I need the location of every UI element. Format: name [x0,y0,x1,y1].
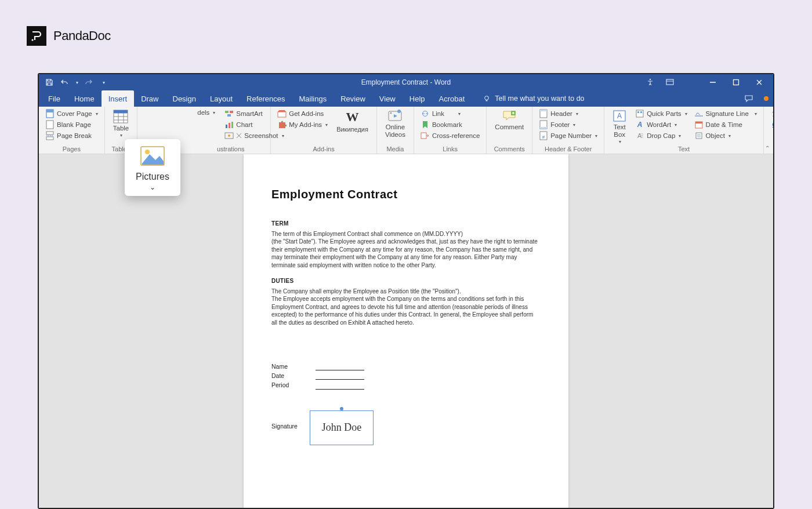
maximize-button[interactable] [724,74,748,90]
tab-insert[interactable]: Insert [102,90,135,107]
drop-cap-button[interactable]: ADrop Cap▾ [633,130,688,141]
close-button[interactable] [748,74,771,90]
tab-home[interactable]: Home [67,90,102,107]
wordart-button[interactable]: AWordArt▾ [633,119,688,130]
store-icon [277,109,287,118]
svg-rect-7 [46,121,53,129]
tab-draw[interactable]: Draw [134,90,165,107]
svg-rect-41 [695,122,702,123]
blank-page-button[interactable]: Blank Page [44,119,100,130]
bookmark-button[interactable]: Bookmark [419,119,481,130]
comment-button[interactable]: Comment [491,108,527,132]
qat-customize-caret[interactable]: ▾ [103,80,105,85]
quick-access-toolbar: ▾ ▾ [39,78,105,87]
object-button[interactable]: Object▾ [693,130,759,141]
titlebar: ▾ ▾ Employment Contract - Word [39,74,773,90]
text-box-button[interactable]: A Text Box▾ [609,108,630,146]
field-name-line[interactable] [316,363,364,370]
get-addins-button[interactable]: Get Add-ins [276,108,329,119]
svg-rect-20 [278,112,286,117]
tab-review[interactable]: Review [334,90,372,107]
tab-references[interactable]: References [240,90,292,107]
text-box-icon: A [612,110,626,122]
group-text: A Text Box▾ Quick Parts▾ AWordArt▾ ADrop… [604,107,764,154]
pictures-dropdown[interactable]: Pictures ⌄ [125,139,180,196]
document-workspace[interactable]: Employment Contract TERM The term of thi… [39,154,773,508]
wordart-icon: A [635,120,644,129]
minimize-button[interactable] [701,74,724,90]
table-icon [113,110,128,123]
svg-rect-43 [697,134,701,137]
cover-page-icon [45,109,55,118]
svg-text:#: # [542,134,545,140]
svg-rect-31 [540,127,547,129]
ribbon-tabs: File Home Insert Draw Design Layout Refe… [39,90,773,107]
svg-rect-13 [230,111,233,113]
cover-page-button[interactable]: Cover Page▾ [44,108,100,119]
my-addins-button[interactable]: My Add-ins▾ [276,119,329,130]
pandadoc-name: PandaDoc [53,28,111,43]
table-button[interactable]: Table ▾ [110,108,133,139]
tell-me-search[interactable]: Tell me what you want to do [482,90,584,107]
footer-button[interactable]: Footer▾ [537,119,599,130]
lightbulb-icon [482,94,491,103]
tab-acrobat[interactable]: Acrobat [432,90,472,107]
models-partial-button[interactable]: dels▾ [195,108,217,117]
doc-title: Employment Contract [271,187,541,202]
group-media: Online Videos Media [377,107,414,154]
ribbon-display-icon[interactable] [665,78,675,87]
field-period-line[interactable] [316,383,364,390]
undo-icon[interactable] [60,78,69,87]
svg-rect-36 [636,110,643,117]
tab-mailings[interactable]: Mailings [292,90,334,107]
tab-file[interactable]: File [41,90,67,107]
header-button[interactable]: Header▾ [537,108,599,119]
smartart-icon [224,109,234,118]
page-break-button[interactable]: Page Break [44,130,100,141]
bookmark-icon [420,120,430,129]
date-time-button[interactable]: Date & Time [693,119,759,130]
field-signature-label: Signature [271,422,541,430]
symbol-button[interactable]: ΩSymbol▾ [768,119,774,130]
wikipedia-button[interactable]: W Википедия [333,108,372,134]
field-name-row: Name [271,362,541,370]
field-date-line[interactable] [316,373,364,380]
redo-icon[interactable] [84,78,93,87]
quick-parts-icon [635,109,644,118]
pandadoc-mark-icon [27,26,46,46]
svg-point-24 [397,110,401,113]
equation-button[interactable]: πEquation▾ [768,108,774,119]
field-date-label: Date [271,372,306,380]
field-name-label: Name [271,362,306,370]
word-window: ▾ ▾ Employment Contract - Word File Home… [38,73,774,509]
section-duties-heading: DUTIES [271,277,541,285]
svg-rect-38 [640,111,642,113]
online-videos-button[interactable]: Online Videos [382,108,409,139]
svg-rect-37 [637,111,639,113]
page-number-button[interactable]: #Page Number▾ [537,130,599,141]
tab-design[interactable]: Design [166,90,203,107]
chevron-down-icon: ⌄ [150,183,155,191]
video-icon [387,110,403,122]
tab-layout[interactable]: Layout [203,90,240,107]
save-icon[interactable] [45,78,54,87]
signature-line-button[interactable]: Signature Line▾ [693,108,759,119]
svg-rect-3 [734,80,739,85]
quick-parts-button[interactable]: Quick Parts▾ [633,108,688,119]
group-pages-label: Pages [44,146,100,154]
document-page[interactable]: Employment Contract TERM The term of thi… [244,154,568,508]
undo-caret[interactable]: ▾ [76,80,78,85]
field-period-label: Period [271,381,306,389]
link-button[interactable]: Link▾ [419,108,481,119]
tab-help[interactable]: Help [403,90,432,107]
comments-bubble-icon[interactable] [744,94,753,103]
svg-rect-14 [227,114,231,117]
group-links: Link▾ Bookmark Cross-reference Links [414,107,487,154]
svg-text:A: A [617,112,622,120]
svg-rect-12 [225,111,229,113]
symbol-icon: Ω [770,120,774,129]
tab-view[interactable]: View [372,90,403,107]
accessibility-icon[interactable] [646,78,655,87]
collapse-ribbon-button[interactable]: ⌃ [765,145,770,151]
cross-reference-button[interactable]: Cross-reference [419,130,481,141]
